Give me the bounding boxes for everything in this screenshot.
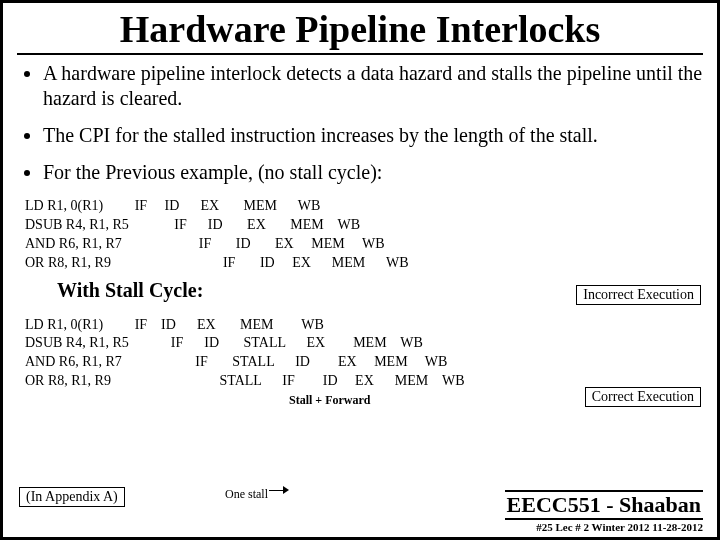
slide-meta: #25 Lec # 2 Winter 2012 11-28-2012 xyxy=(505,521,703,533)
one-stall-label: One stall xyxy=(225,487,268,502)
pipeline-with-stall: LD R1, 0(R1) IF ID EX MEM WB DSUB R4, R1… xyxy=(25,316,703,392)
footer: EECC551 - Shaaban #25 Lec # 2 Winter 201… xyxy=(505,490,703,533)
correct-execution-tag: Correct Execution xyxy=(585,387,701,407)
page-title: Hardware Pipeline Interlocks xyxy=(17,7,703,55)
appendix-tag: (In Appendix A) xyxy=(19,487,125,507)
bullet-list: A hardware pipeline interlock detects a … xyxy=(17,61,703,185)
arrow-icon xyxy=(269,483,289,497)
bullet-item: The CPI for the stalled instruction incr… xyxy=(43,123,703,148)
stall-forward-label: Stall + Forward xyxy=(289,393,371,408)
pipeline-no-stall: LD R1, 0(R1) IF ID EX MEM WB DSUB R4, R1… xyxy=(25,197,703,273)
slide: Hardware Pipeline Interlocks A hardware … xyxy=(0,0,720,540)
bullet-item: A hardware pipeline interlock detects a … xyxy=(43,61,703,111)
bullet-item: For the Previous example, (no stall cycl… xyxy=(43,160,703,185)
course-label: EECC551 - Shaaban xyxy=(505,490,703,520)
incorrect-execution-tag: Incorrect Execution xyxy=(576,285,701,305)
